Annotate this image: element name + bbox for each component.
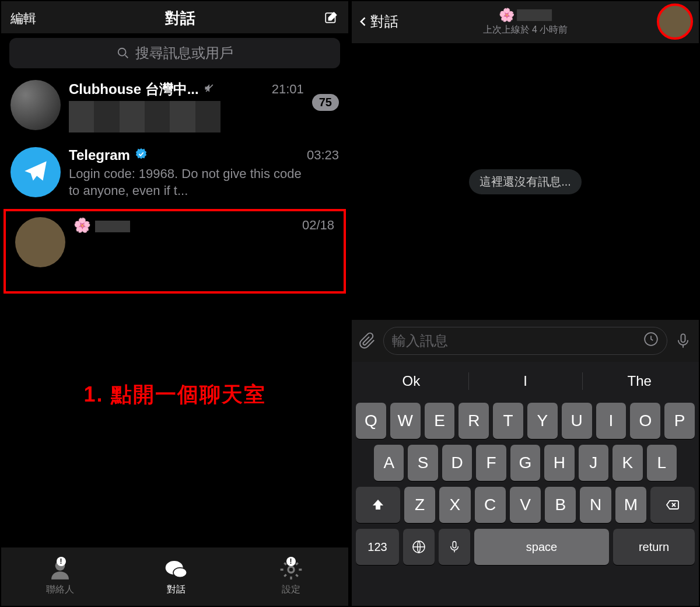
key-i[interactable]: I [596, 403, 626, 439]
svg-rect-7 [681, 334, 685, 342]
key-x[interactable]: X [439, 487, 470, 523]
key-s[interactable]: S [408, 445, 438, 481]
key-p[interactable]: P [664, 403, 695, 439]
back-label: 對話 [370, 12, 398, 31]
telegram-icon [21, 158, 50, 187]
key-z[interactable]: Z [404, 487, 435, 523]
badge-icon: ! [286, 557, 296, 566]
svg-point-4 [173, 567, 187, 577]
key-u[interactable]: U [562, 403, 592, 439]
key-b[interactable]: B [545, 487, 576, 523]
input-placeholder: 輸入訊息 [392, 332, 448, 350]
paperclip-icon [359, 332, 376, 350]
svg-point-5 [288, 567, 294, 573]
key-v[interactable]: V [510, 487, 541, 523]
avatar [10, 147, 61, 197]
svg-rect-9 [453, 542, 456, 548]
shift-key[interactable] [356, 487, 400, 523]
attach-button[interactable] [358, 331, 377, 351]
key-l[interactable]: L [647, 445, 677, 481]
key-g[interactable]: G [510, 445, 540, 481]
sticker-icon [643, 332, 659, 347]
suggestion[interactable]: Ok [354, 365, 468, 397]
tab-chats[interactable]: 對話 [163, 558, 189, 596]
badge-icon: ! [57, 557, 66, 566]
tab-contacts[interactable]: ! 聯絡人 [46, 558, 74, 596]
search-placeholder: 搜尋訊息或用戶 [135, 44, 233, 62]
contact-name[interactable]: 🌸 [483, 8, 568, 23]
verified-icon [135, 148, 148, 163]
search-input[interactable]: 搜尋訊息或用戶 [9, 38, 340, 68]
key-h[interactable]: H [544, 445, 574, 481]
key-q[interactable]: Q [356, 403, 386, 439]
back-button[interactable]: 對話 [358, 12, 398, 31]
conversation-screen: 對話 🌸 上次上線於 4 小時前 2. 這裡還沒有訊息... 輸入訊息 Ok I… [349, 0, 700, 607]
avatar [15, 217, 65, 267]
tab-settings[interactable]: ! 設定 [278, 558, 304, 596]
sticker-button[interactable] [643, 332, 659, 350]
key-n[interactable]: N [580, 487, 611, 523]
empty-state: 這裡還沒有訊息... [469, 169, 582, 194]
muted-icon [204, 82, 215, 96]
unread-badge: 75 [312, 94, 339, 111]
chat-time: 03:23 [307, 148, 339, 163]
chat-item-flower[interactable]: 🌸 02/18 [6, 211, 344, 291]
key-w[interactable]: W [390, 403, 421, 439]
profile-avatar[interactable] [657, 4, 693, 40]
messages-area[interactable]: 這裡還沒有訊息... [352, 43, 699, 320]
chat-name: Clubhouse 台灣中... [69, 80, 199, 99]
mic-button[interactable] [673, 331, 693, 351]
key-row-4: 123 space return [354, 529, 696, 565]
key-y[interactable]: Y [527, 403, 558, 439]
chevron-left-icon [358, 13, 369, 30]
svg-point-1 [118, 48, 125, 56]
key-d[interactable]: D [442, 445, 472, 481]
chat-name: Telegram [69, 147, 130, 163]
suggestion[interactable]: I [468, 365, 583, 397]
annotation-1: 1. 點開一個聊天室 [1, 381, 348, 409]
chat-item-telegram[interactable]: Telegram 03:23 Login code: 19968. Do not… [1, 141, 348, 208]
suggestion-row: Ok I The [354, 365, 696, 397]
return-key[interactable]: return [613, 529, 695, 565]
key-f[interactable]: F [476, 445, 506, 481]
key-r[interactable]: R [459, 403, 489, 439]
chat-list-header: 編輯 對話 [1, 1, 348, 33]
key-k[interactable]: K [612, 445, 642, 481]
tab-label: 聯絡人 [46, 584, 74, 596]
chat-item-clubhouse[interactable]: Clubhouse 台灣中... 21:01 75 [1, 74, 348, 141]
backspace-key[interactable] [650, 487, 695, 523]
composer-bar: 輸入訊息 [352, 320, 699, 362]
search-icon [117, 47, 130, 60]
numbers-key[interactable]: 123 [356, 529, 399, 565]
globe-icon [412, 540, 426, 554]
key-m[interactable]: M [615, 487, 646, 523]
tab-label: 對話 [167, 584, 186, 596]
chat-time: 02/18 [302, 218, 334, 233]
edit-button[interactable]: 編輯 [10, 10, 36, 27]
shift-icon [371, 498, 385, 512]
message-input[interactable]: 輸入訊息 [383, 327, 667, 355]
globe-key[interactable] [403, 529, 435, 565]
key-row-1: QWERTYUIOP [354, 403, 696, 439]
key-row-3: ZXCVBNM [354, 487, 696, 523]
page-title: 對話 [36, 8, 324, 29]
suggestion[interactable]: The [582, 365, 696, 397]
keyboard: Ok I The QWERTYUIOP ASDFGHJKL ZXCVBNM 12… [352, 362, 699, 606]
chat-name: 🌸 [74, 217, 130, 233]
chat-time: 21:01 [272, 82, 304, 97]
key-a[interactable]: A [374, 445, 404, 481]
space-key[interactable]: space [474, 529, 609, 565]
avatar [10, 80, 61, 130]
backspace-icon [664, 498, 681, 512]
key-t[interactable]: T [493, 403, 523, 439]
key-c[interactable]: C [475, 487, 506, 523]
chat-preview: Login code: 19968. Do not give this code… [69, 166, 314, 199]
compose-button[interactable] [324, 10, 339, 27]
key-o[interactable]: O [630, 403, 660, 439]
key-j[interactable]: J [579, 445, 608, 481]
dictation-key[interactable] [439, 529, 470, 565]
last-seen: 上次上線於 4 小時前 [483, 24, 568, 36]
censored-preview [69, 101, 220, 132]
key-e[interactable]: E [425, 403, 455, 439]
mic-icon [675, 333, 691, 349]
